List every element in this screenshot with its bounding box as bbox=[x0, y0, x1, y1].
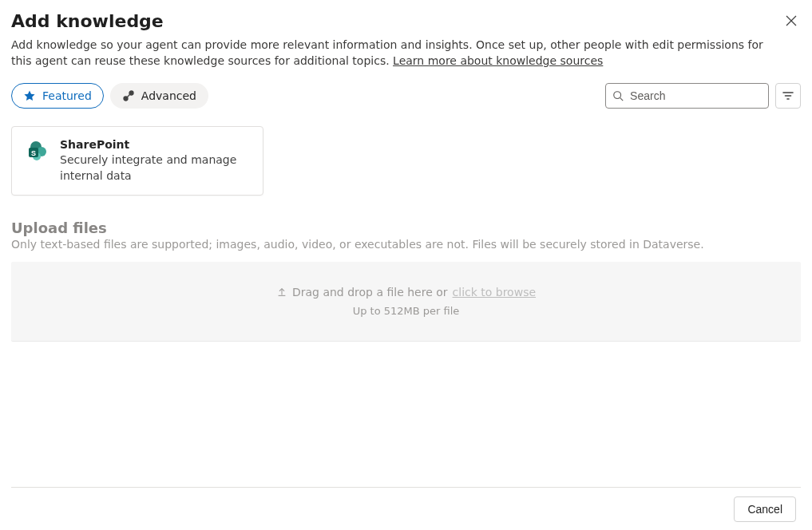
svg-line-4 bbox=[127, 94, 129, 97]
toolbar-right bbox=[605, 83, 801, 109]
source-card-sharepoint[interactable]: S SharePoint Securely integrate and mana… bbox=[11, 126, 263, 196]
tab-group: Featured Advanced bbox=[11, 83, 208, 109]
search-input[interactable] bbox=[630, 89, 762, 102]
svg-text:S: S bbox=[31, 149, 36, 157]
tab-label: Featured bbox=[42, 89, 92, 102]
star-icon bbox=[23, 89, 36, 102]
card-title: SharePoint bbox=[60, 138, 248, 151]
learn-more-link[interactable]: Learn more about knowledge sources bbox=[393, 54, 603, 67]
cancel-button[interactable]: Cancel bbox=[734, 496, 796, 522]
add-knowledge-dialog: Add knowledge Add knowledge so your agen… bbox=[0, 0, 812, 530]
sources-list: S SharePoint Securely integrate and mana… bbox=[11, 126, 801, 196]
toolbar: Featured Advanced bbox=[11, 83, 801, 109]
subtitle-text: Add knowledge so your agent can provide … bbox=[11, 38, 763, 67]
sharepoint-icon: S bbox=[26, 140, 49, 162]
upload-dropzone[interactable]: Drag and drop a file here or click to br… bbox=[11, 262, 801, 342]
dropzone-text: Drag and drop a file here or bbox=[292, 286, 448, 299]
filter-icon bbox=[782, 89, 794, 102]
tab-advanced[interactable]: Advanced bbox=[110, 83, 208, 109]
upload-heading: Upload files bbox=[11, 220, 801, 236]
dropzone-row: Drag and drop a file here or click to br… bbox=[276, 286, 536, 299]
close-button[interactable] bbox=[782, 11, 801, 30]
tab-featured[interactable]: Featured bbox=[11, 83, 104, 109]
upload-hint: Only text-based files are supported; ima… bbox=[11, 238, 801, 251]
card-body: SharePoint Securely integrate and manage… bbox=[60, 138, 248, 184]
tab-label: Advanced bbox=[141, 89, 196, 102]
svg-point-3 bbox=[129, 91, 133, 95]
svg-point-5 bbox=[614, 92, 621, 99]
dialog-footer: Cancel bbox=[11, 487, 801, 530]
filter-button[interactable] bbox=[775, 83, 801, 109]
svg-point-2 bbox=[124, 97, 128, 101]
connector-icon bbox=[122, 89, 135, 102]
svg-line-6 bbox=[620, 98, 624, 101]
upload-icon bbox=[276, 287, 287, 298]
search-icon bbox=[612, 89, 624, 102]
close-icon bbox=[785, 14, 798, 27]
upload-section: Upload files Only text-based files are s… bbox=[11, 220, 801, 342]
search-box[interactable] bbox=[605, 83, 769, 109]
dialog-subtitle: Add knowledge so your agent can provide … bbox=[11, 38, 778, 69]
browse-link[interactable]: click to browse bbox=[453, 286, 537, 299]
dialog-title: Add knowledge bbox=[11, 11, 164, 31]
dropzone-limit: Up to 512MB per file bbox=[353, 305, 460, 317]
dialog-header: Add knowledge bbox=[11, 11, 801, 38]
card-description: Securely integrate and manage internal d… bbox=[60, 152, 248, 184]
